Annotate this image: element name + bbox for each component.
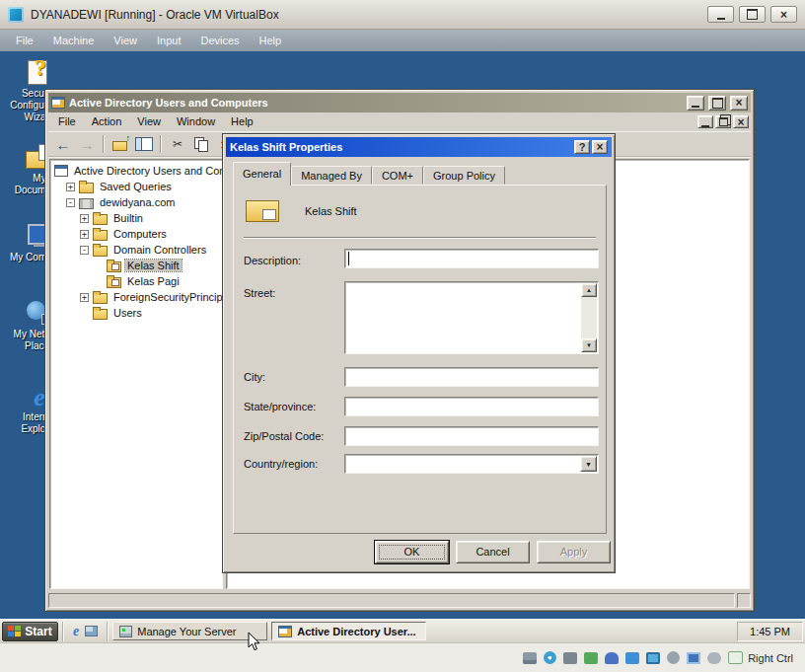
- menu-devices[interactable]: Devices: [190, 30, 249, 51]
- console-tree-icon[interactable]: [133, 134, 155, 154]
- aduc-menubar: File Action View Window Help: [48, 112, 751, 131]
- folder-icon: [93, 214, 108, 225]
- tree-expander[interactable]: -: [66, 198, 75, 207]
- apply-button[interactable]: Apply: [537, 541, 611, 563]
- aduc-titlebar[interactable]: Active Directory Users and Computers: [48, 93, 751, 112]
- menu-input[interactable]: Input: [147, 30, 190, 51]
- copy-icon[interactable]: [190, 134, 212, 154]
- tree-item-kelas-shift[interactable]: Kelas Shift: [50, 258, 222, 273]
- video-capture-icon[interactable]: [667, 651, 680, 664]
- virtualbox-statusbar: Right Ctrl: [0, 642, 805, 672]
- street-textarea[interactable]: [344, 281, 599, 354]
- menu-help[interactable]: Help: [223, 112, 261, 131]
- mouse-integration-icon[interactable]: [707, 652, 721, 664]
- taskbar-separator: [62, 622, 64, 641]
- dialog-tabs: General Managed By COM+ Group Policy: [233, 162, 505, 186]
- audio-icon[interactable]: [563, 652, 577, 664]
- dropdown-arrow-icon[interactable]: [580, 456, 597, 472]
- menu-view[interactable]: View: [104, 30, 147, 51]
- menu-machine[interactable]: Machine: [43, 30, 105, 51]
- tab-group-policy[interactable]: Group Policy: [423, 166, 505, 185]
- cancel-button[interactable]: Cancel: [456, 541, 530, 563]
- hdd-icon[interactable]: [523, 652, 537, 664]
- ok-button[interactable]: OK: [375, 541, 449, 563]
- tree-item-builtin[interactable]: + Builtin: [50, 210, 222, 226]
- system-tray-clock[interactable]: 1:45 PM: [737, 622, 803, 641]
- street-scrollbar[interactable]: [581, 283, 597, 352]
- close-button[interactable]: [730, 96, 748, 111]
- menu-file[interactable]: File: [6, 30, 43, 51]
- cut-icon[interactable]: [167, 134, 188, 154]
- tree-item-dewidyana-com[interactable]: - dewidyana.com: [50, 194, 222, 210]
- dialog-titlebar[interactable]: Kelas Shift Properties: [226, 137, 612, 157]
- maximize-button[interactable]: [739, 6, 766, 23]
- virtualbox-titlebar[interactable]: DYANADEWI [Running] - Oracle VM VirtualB…: [0, 0, 805, 30]
- child-close-button[interactable]: [733, 115, 749, 128]
- menu-help[interactable]: Help: [250, 30, 292, 51]
- up-level-icon[interactable]: [110, 134, 131, 154]
- tree-item-users[interactable]: Users: [50, 305, 222, 321]
- shared-folders-icon[interactable]: [625, 652, 639, 664]
- state-province-input[interactable]: [344, 397, 599, 416]
- tree-item-saved-queries[interactable]: + Saved Queries: [50, 179, 222, 194]
- tree-expander[interactable]: +: [66, 183, 75, 191]
- vm-taskbar: Start Manage Your Server Active Director…: [0, 619, 805, 642]
- organizational-unit-icon: [107, 277, 121, 288]
- taskbar-button-active-directory[interactable]: Active Directory User...: [271, 622, 426, 640]
- tree-item-computers[interactable]: + Computers: [50, 226, 222, 242]
- close-button[interactable]: [592, 140, 608, 154]
- tree-item-foreignsecurityprincipals[interactable]: + ForeignSecurityPrincipals: [50, 289, 222, 305]
- zip-postal-code-input[interactable]: [344, 426, 599, 446]
- menu-file[interactable]: File: [50, 112, 84, 131]
- tree-item-root-aduc[interactable]: Active Directory Users and Computers: [50, 163, 222, 179]
- help-button[interactable]: [574, 140, 590, 154]
- back-icon[interactable]: [52, 134, 74, 154]
- maximize-button[interactable]: [708, 96, 726, 111]
- aduc-icon: [278, 626, 292, 637]
- minimize-button[interactable]: [687, 96, 704, 111]
- network-icon[interactable]: [584, 652, 598, 664]
- menu-view[interactable]: View: [129, 112, 169, 131]
- city-input[interactable]: [344, 367, 599, 387]
- virtualbox-window-title: DYANADEWI [Running] - Oracle VM VirtualB…: [31, 8, 279, 22]
- description-label: Description:: [244, 255, 301, 266]
- toolbar-separator: [160, 135, 162, 153]
- scroll-up-button[interactable]: [581, 283, 597, 297]
- start-button[interactable]: Start: [2, 622, 58, 641]
- description-input[interactable]: [344, 249, 599, 268]
- features-icon[interactable]: [687, 652, 700, 664]
- scroll-down-button[interactable]: [581, 338, 597, 352]
- menu-action[interactable]: Action: [84, 112, 130, 131]
- tree-expander[interactable]: +: [80, 230, 89, 239]
- mouse-cursor: [248, 632, 260, 651]
- minimize-button[interactable]: [707, 6, 734, 23]
- tab-general[interactable]: General: [233, 162, 291, 186]
- taskbar-button-manage-your-server[interactable]: Manage Your Server: [112, 622, 267, 640]
- quick-launch: [68, 624, 103, 639]
- display-icon[interactable]: [646, 652, 660, 664]
- country-region-combobox[interactable]: [344, 454, 599, 474]
- internet-explorer-icon[interactable]: [73, 624, 79, 639]
- tab-managed-by[interactable]: Managed By: [291, 166, 372, 185]
- scroll-track[interactable]: [581, 297, 597, 338]
- tree-expander[interactable]: +: [80, 293, 89, 302]
- forward-icon[interactable]: [76, 134, 98, 154]
- optical-disc-icon[interactable]: [544, 651, 556, 664]
- tree-item-kelas-pagi[interactable]: Kelas Pagi: [50, 273, 222, 289]
- close-button[interactable]: [770, 6, 797, 23]
- child-minimize-button[interactable]: [697, 115, 713, 128]
- tab-com-plus[interactable]: COM+: [372, 166, 423, 185]
- host-key-indicator: Right Ctrl: [728, 651, 793, 664]
- windows-flag-icon: [8, 626, 21, 636]
- tree-expander[interactable]: -: [80, 246, 89, 255]
- resize-grip[interactable]: [737, 593, 751, 608]
- show-desktop-icon[interactable]: [85, 626, 98, 636]
- street-label: Street:: [244, 287, 275, 299]
- tree-item-domain-controllers[interactable]: - Domain Controllers: [50, 242, 222, 258]
- menu-window[interactable]: Window: [169, 112, 223, 131]
- clock: 1:45 PM: [750, 626, 790, 637]
- tree-expander[interactable]: +: [80, 214, 89, 223]
- usb-icon[interactable]: [605, 652, 619, 664]
- child-restore-button[interactable]: [715, 115, 731, 128]
- virtualbox-menubar: File Machine View Input Devices Help: [0, 30, 805, 51]
